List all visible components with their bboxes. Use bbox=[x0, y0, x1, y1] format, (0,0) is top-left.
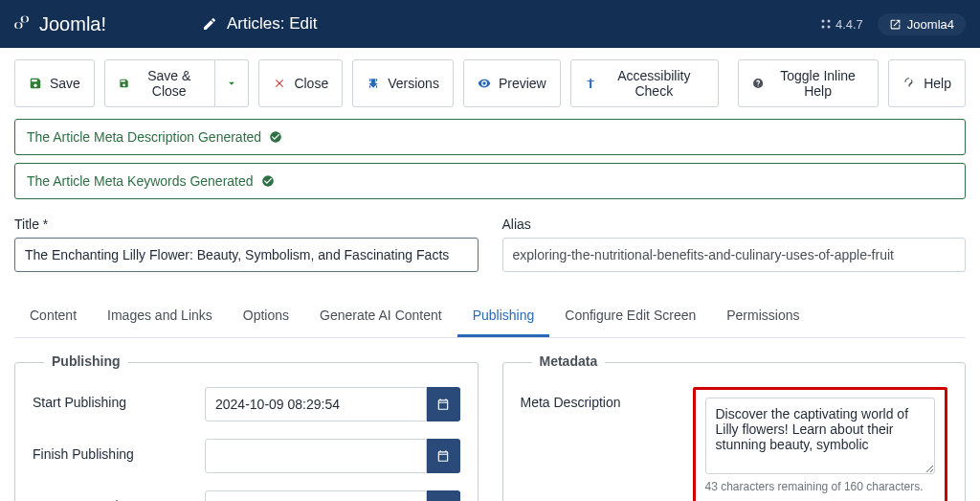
site-name: Joomla4 bbox=[907, 17, 954, 32]
question-icon bbox=[902, 77, 916, 90]
check-circle-icon bbox=[261, 174, 275, 188]
panels: Publishing Start Publishing Finish Publi… bbox=[14, 362, 966, 501]
tab-images-links[interactable]: Images and Links bbox=[92, 296, 228, 337]
tab-permissions[interactable]: Permissions bbox=[711, 296, 814, 337]
save-close-dropdown[interactable] bbox=[215, 59, 249, 107]
help-button[interactable]: Help bbox=[888, 59, 966, 107]
svg-point-3 bbox=[827, 26, 830, 29]
meta-description-textarea[interactable] bbox=[705, 398, 936, 474]
start-featured-input[interactable] bbox=[205, 490, 427, 501]
metadata-legend: Metadata bbox=[532, 353, 606, 369]
start-featured-label: Start Featured bbox=[33, 490, 205, 501]
highlight-annotation: 43 characters remaining of 160 character… bbox=[693, 387, 948, 501]
accessibility-icon bbox=[585, 77, 596, 90]
svg-point-2 bbox=[821, 26, 824, 29]
versions-icon bbox=[367, 77, 380, 90]
question-circle-icon bbox=[752, 77, 764, 90]
preview-button[interactable]: Preview bbox=[463, 59, 561, 107]
title-row: Title * Alias bbox=[14, 216, 966, 272]
finish-publishing-calendar-button[interactable] bbox=[427, 439, 460, 473]
svg-point-4 bbox=[590, 79, 591, 80]
top-bar: Joomla! Articles: Edit 4.4.7 Joomla4 bbox=[0, 0, 980, 48]
accessibility-button[interactable]: Accessibility Check bbox=[570, 59, 719, 107]
svg-point-1 bbox=[827, 20, 830, 23]
eye-icon bbox=[478, 77, 491, 90]
brand-text: Joomla! bbox=[39, 13, 106, 35]
toolbar: Save Save & Close Close Versions Preview… bbox=[0, 48, 980, 119]
alert-meta-keywords: The Article Meta Keywords Generated bbox=[14, 163, 966, 199]
title-input[interactable] bbox=[14, 238, 479, 272]
tab-publishing[interactable]: Publishing bbox=[457, 296, 550, 337]
meta-description-label: Meta Description bbox=[521, 387, 693, 410]
joomla-small-icon bbox=[820, 18, 832, 30]
content-area: The Article Meta Description Generated T… bbox=[0, 119, 980, 501]
page-title: Articles: Edit bbox=[227, 14, 317, 34]
joomla-icon bbox=[14, 14, 33, 34]
tab-generate-ai[interactable]: Generate AI Content bbox=[304, 296, 457, 337]
save-close-group: Save & Close bbox=[104, 59, 249, 107]
version-text: 4.4.7 bbox=[835, 17, 863, 32]
tab-configure-edit[interactable]: Configure Edit Screen bbox=[549, 296, 711, 337]
save-close-button[interactable]: Save & Close bbox=[104, 59, 215, 107]
alert-text: The Article Meta Description Generated bbox=[27, 129, 261, 145]
external-link-icon bbox=[889, 18, 902, 31]
tab-options[interactable]: Options bbox=[228, 296, 304, 337]
close-button[interactable]: Close bbox=[258, 59, 343, 107]
svg-point-0 bbox=[821, 20, 824, 23]
close-icon bbox=[273, 77, 286, 90]
save-icon bbox=[29, 77, 42, 90]
finish-publishing-input[interactable] bbox=[205, 439, 427, 473]
tab-content[interactable]: Content bbox=[14, 296, 92, 337]
check-circle-icon bbox=[269, 130, 282, 144]
calendar-icon bbox=[436, 398, 450, 411]
pencil-icon bbox=[202, 16, 217, 32]
alert-text: The Article Meta Keywords Generated bbox=[27, 173, 254, 189]
metadata-fieldset: Metadata Meta Description 43 characters … bbox=[502, 362, 967, 501]
start-publishing-input[interactable] bbox=[205, 387, 427, 421]
calendar-icon bbox=[436, 449, 450, 463]
start-featured-calendar-button[interactable] bbox=[427, 490, 460, 501]
save-button[interactable]: Save bbox=[14, 59, 95, 107]
brand-logo[interactable]: Joomla! bbox=[14, 13, 106, 35]
start-publishing-label: Start Publishing bbox=[33, 387, 205, 410]
publishing-fieldset: Publishing Start Publishing Finish Publi… bbox=[14, 362, 479, 501]
finish-publishing-label: Finish Publishing bbox=[33, 439, 205, 462]
tabs: Content Images and Links Options Generat… bbox=[14, 296, 966, 338]
publishing-legend: Publishing bbox=[44, 353, 128, 369]
site-badge[interactable]: Joomla4 bbox=[878, 13, 966, 35]
inline-help-button[interactable]: Toggle Inline Help bbox=[738, 59, 880, 107]
meta-description-counter: 43 characters remaining of 160 character… bbox=[705, 480, 936, 493]
versions-button[interactable]: Versions bbox=[352, 59, 454, 107]
alias-input[interactable] bbox=[502, 238, 967, 272]
save-icon bbox=[119, 77, 129, 90]
title-label: Title * bbox=[14, 216, 479, 232]
alert-meta-description: The Article Meta Description Generated bbox=[14, 119, 966, 155]
version-badge[interactable]: 4.4.7 bbox=[820, 17, 863, 32]
page-title-wrap: Articles: Edit bbox=[202, 14, 317, 34]
start-publishing-calendar-button[interactable] bbox=[427, 387, 460, 421]
topbar-right: 4.4.7 Joomla4 bbox=[820, 13, 966, 35]
alias-label: Alias bbox=[502, 216, 967, 232]
chevron-down-icon bbox=[225, 77, 238, 90]
